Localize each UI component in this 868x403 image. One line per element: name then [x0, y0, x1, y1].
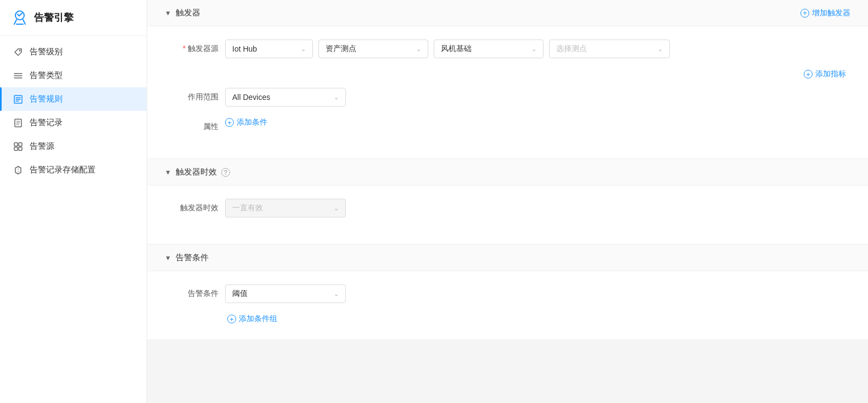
- svg-rect-16: [14, 147, 18, 150]
- sidebar-item-alarm-level[interactable]: 告警级别: [0, 40, 147, 64]
- alarm-condition-body: 告警条件 阈值 ⌄ + 添加条件组: [147, 271, 868, 339]
- add-condition-icon: +: [225, 118, 234, 127]
- alarm-condition-chevron: ⌄: [334, 290, 339, 298]
- trigger-source-value-2: 资产测点: [326, 44, 356, 54]
- add-group-row: + 添加条件组: [169, 314, 846, 324]
- trigger-source-chevron-3: ⌄: [531, 46, 536, 53]
- trigger-source-chevron-2: ⌄: [416, 46, 421, 53]
- svg-point-1: [19, 49, 21, 51]
- add-metrics-label: 添加指标: [815, 69, 846, 79]
- trigger-source-label: 触发器源: [169, 40, 219, 54]
- alarm-condition-value: 阈值: [232, 289, 248, 299]
- trigger-section-title: 触发器: [176, 8, 200, 18]
- sidebar-title: 告警引擎: [34, 11, 74, 24]
- add-group-icon: +: [227, 315, 236, 323]
- alarm-condition-controls: 阈值 ⌄: [225, 284, 846, 303]
- trigger-source-chevron-1: ⌄: [301, 46, 306, 53]
- alarm-condition-label: 告警条件: [169, 284, 219, 299]
- alarm-engine-icon: [11, 9, 29, 26]
- sidebar-header: 告警引擎: [0, 0, 147, 36]
- scope-row: 作用范围 All Devices ⌄: [169, 88, 846, 107]
- sidebar-item-label: 告警类型: [30, 70, 63, 81]
- trigger-source-value-1: Iot Hub: [232, 44, 257, 53]
- main-content: ▼ 触发器 + 增加触发器 触发器源 Iot Hub ⌄: [147, 0, 868, 403]
- add-trigger-button[interactable]: + 增加触发器: [800, 8, 850, 18]
- attr-label: 属性: [169, 117, 219, 132]
- add-group-label: 添加条件组: [239, 314, 277, 324]
- alarm-condition-header[interactable]: ▼ 告警条件: [147, 245, 868, 271]
- alarm-condition-section: ▼ 告警条件 告警条件 阈值 ⌄ + 添加条件组: [147, 245, 868, 339]
- add-metrics-row: + 添加指标: [169, 69, 846, 79]
- scope-select[interactable]: All Devices ⌄: [225, 88, 346, 107]
- add-group-button[interactable]: + 添加条件组: [227, 314, 846, 324]
- add-condition-label: 添加条件: [237, 117, 267, 127]
- trigger-validity-section: ▼ 触发器时效 ? 触发器时效 一直有效 ⌄: [147, 159, 868, 244]
- sidebar-nav: 告警级别 告警类型 告警规则: [0, 36, 147, 403]
- scope-value: All Devices: [232, 93, 270, 102]
- sidebar-item-alarm-source[interactable]: 告警源: [0, 135, 147, 158]
- validity-help-icon[interactable]: ?: [221, 168, 230, 177]
- trigger-validity-body: 触发器时效 一直有效 ⌄: [147, 186, 868, 244]
- trigger-source-select-3[interactable]: 风机基础 ⌄: [434, 40, 544, 58]
- validity-placeholder: 一直有效: [232, 203, 263, 213]
- sidebar-item-alarm-record[interactable]: 告警记录: [0, 111, 147, 135]
- alarm-condition-title: 告警条件: [176, 253, 209, 263]
- sidebar-item-label: 告警级别: [30, 47, 63, 57]
- trigger-section-body: 触发器源 Iot Hub ⌄ 资产测点 ⌄ 风机基础 ⌄: [147, 26, 868, 158]
- trigger-validity-header[interactable]: ▼ 触发器时效 ?: [147, 159, 868, 186]
- sidebar-item-label: 告警记录: [30, 117, 63, 128]
- alarm-condition-select[interactable]: 阈值 ⌄: [225, 284, 346, 303]
- add-metrics-button[interactable]: + 添加指标: [804, 69, 846, 79]
- trigger-source-row: 触发器源 Iot Hub ⌄ 资产测点 ⌄ 风机基础 ⌄: [169, 40, 846, 58]
- tag-icon: [13, 47, 23, 57]
- add-trigger-icon: +: [800, 9, 809, 18]
- source-icon: [13, 142, 23, 152]
- sidebar-item-label: 告警源: [30, 141, 54, 152]
- sidebar-item-label: 告警记录存储配置: [30, 165, 96, 175]
- trigger-source-chevron-4: ⌄: [658, 46, 663, 53]
- trigger-source-select-1[interactable]: Iot Hub ⌄: [225, 40, 313, 58]
- trigger-source-select-4[interactable]: 选择测点 ⌄: [549, 40, 670, 58]
- trigger-source-value-3: 风机基础: [441, 44, 472, 54]
- rule-icon: [13, 94, 23, 104]
- validity-chevron-icon: ▼: [165, 169, 171, 176]
- validity-controls: 一直有效 ⌄: [225, 199, 846, 217]
- validity-select[interactable]: 一直有效 ⌄: [225, 199, 346, 217]
- alarm-condition-chevron-icon: ▼: [165, 254, 171, 262]
- svg-rect-17: [19, 147, 22, 150]
- svg-rect-15: [19, 143, 22, 146]
- scope-controls: All Devices ⌄: [225, 88, 846, 107]
- list-icon: [13, 71, 23, 81]
- trigger-source-controls: Iot Hub ⌄ 资产测点 ⌄ 风机基础 ⌄ 选择测点: [225, 40, 846, 58]
- svg-rect-14: [14, 143, 18, 146]
- trigger-section: ▼ 触发器 + 增加触发器 触发器源 Iot Hub ⌄: [147, 0, 868, 158]
- attr-row: 属性 + 添加条件: [169, 117, 846, 132]
- trigger-validity-title: 触发器时效: [176, 167, 217, 177]
- scope-chevron: ⌄: [334, 94, 339, 101]
- trigger-source-select-2[interactable]: 资产测点 ⌄: [318, 40, 428, 58]
- validity-chevron: ⌄: [334, 205, 339, 212]
- sidebar-item-label: 告警规则: [30, 94, 63, 104]
- sidebar-item-alarm-type[interactable]: 告警类型: [0, 64, 147, 87]
- trigger-source-placeholder: 选择测点: [556, 44, 587, 54]
- scope-label: 作用范围: [169, 88, 219, 102]
- attr-controls: + 添加条件: [225, 117, 846, 127]
- add-metrics-icon: +: [804, 70, 813, 79]
- add-condition-button[interactable]: + 添加条件: [225, 117, 267, 127]
- validity-row: 触发器时效 一直有效 ⌄: [169, 199, 846, 217]
- alarm-condition-row: 告警条件 阈值 ⌄: [169, 284, 846, 303]
- add-trigger-label: 增加触发器: [812, 8, 850, 18]
- trigger-chevron-icon: ▼: [165, 9, 171, 17]
- sidebar-item-alarm-rule[interactable]: 告警规则: [0, 87, 147, 111]
- storage-icon: [13, 165, 23, 175]
- trigger-section-header[interactable]: ▼ 触发器 + 增加触发器: [147, 0, 868, 26]
- validity-label: 触发器时效: [169, 199, 219, 213]
- sidebar-item-alarm-storage[interactable]: 告警记录存储配置: [0, 158, 147, 182]
- sidebar: 告警引擎 告警级别 告警类型: [0, 0, 147, 403]
- record-icon: [13, 118, 23, 128]
